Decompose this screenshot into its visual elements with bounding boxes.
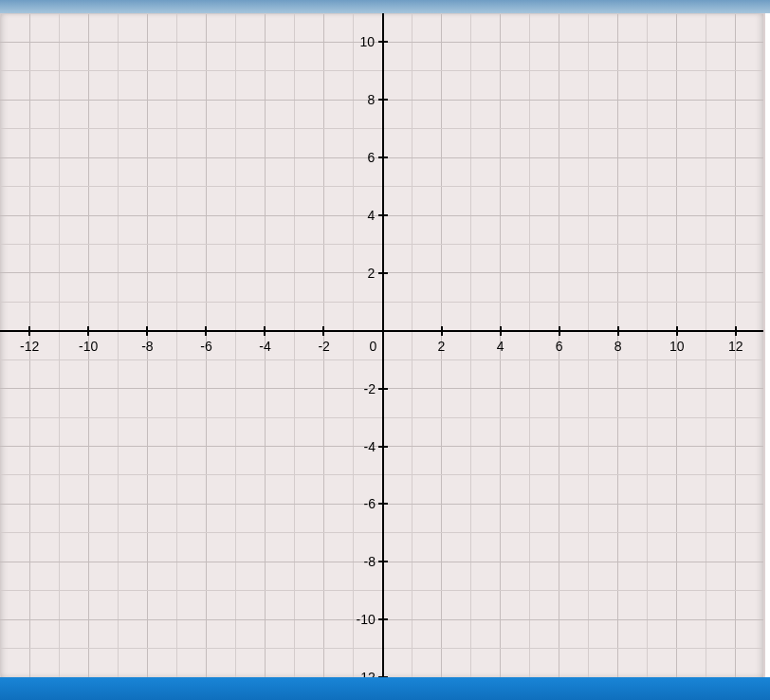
y-tick [378,388,388,390]
y-tick-label: 4 [368,208,376,223]
gridline-vertical [235,13,236,677]
gridline-vertical [294,13,295,677]
x-tick [146,326,148,336]
x-tick [322,326,324,336]
gridline-vertical [529,13,530,677]
x-tick-label: -10 [79,339,98,354]
gridline-vertical [470,13,471,677]
x-tick-label: -2 [318,339,329,354]
y-tick-label: -8 [364,554,376,569]
x-tick-label: 4 [497,339,504,354]
x-tick [441,326,443,336]
y-tick [378,446,388,448]
y-tick [378,99,388,101]
x-tick-label: -12 [20,339,39,354]
y-tick-label: -6 [364,496,376,511]
y-tick [378,618,388,620]
x-tick-label: 8 [614,339,622,354]
x-tick [87,326,89,336]
gridline-vertical [765,13,766,677]
y-tick [378,157,388,158]
x-tick-label: 10 [669,339,685,354]
y-tick [378,41,388,43]
graph-pane[interactable]: -12-10-8-6-4-2024681012108642-2-4-6-8-10… [0,13,765,677]
x-tick-label: -6 [200,339,211,354]
x-tick-label: -4 [259,339,270,354]
gridline-vertical [353,13,354,677]
x-tick-label: 12 [728,339,743,354]
y-tick-label: -4 [364,439,376,454]
x-tick [559,326,560,336]
y-tick [378,561,388,562]
x-tick-label: 0 [370,339,377,354]
x-tick [382,326,384,336]
x-tick-label: 2 [438,339,446,354]
y-tick-label: -10 [357,612,376,627]
window-bottom-border [0,677,770,700]
y-tick [378,503,388,505]
y-tick-label: -2 [364,381,376,396]
x-tick [735,326,737,336]
y-tick [378,214,388,216]
gridline-vertical [706,13,706,677]
x-tick [264,326,266,336]
x-tick [676,326,678,336]
y-tick-label: 10 [360,34,376,49]
gridline-vertical [118,13,119,677]
gridline-vertical [176,13,177,677]
gridline-vertical [59,13,60,677]
x-tick-label: 6 [556,339,563,354]
x-tick [500,326,502,336]
gridline-vertical [0,13,1,677]
x-tick [28,326,30,336]
gridline-vertical [588,13,589,677]
y-tick-label: 6 [368,150,376,165]
window-top-border [0,0,770,13]
gridline-vertical [647,13,648,677]
x-tick-label: -8 [141,339,153,354]
y-tick-label: 8 [368,92,376,107]
y-tick [378,272,388,274]
x-tick [617,326,619,336]
y-axis [382,13,384,677]
y-tick-label: -12 [357,670,376,677]
x-tick [205,326,207,336]
gridline-vertical [412,13,412,677]
y-tick-label: 2 [368,266,376,281]
